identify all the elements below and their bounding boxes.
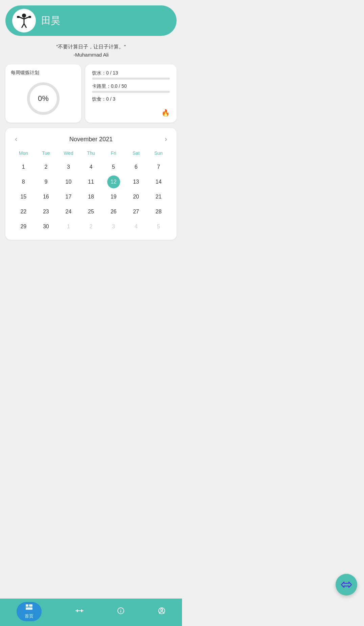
calendar-day[interactable]: 7 — [152, 161, 165, 173]
calendar-day[interactable]: 12 — [107, 175, 120, 188]
calendar-day[interactable]: 18 — [85, 190, 97, 203]
calendar-day[interactable]: 16 — [40, 190, 52, 203]
svg-point-0 — [22, 14, 26, 18]
calories-stat: 卡路里：0.0 / 50 — [92, 83, 170, 93]
calendar-day[interactable]: 26 — [107, 205, 120, 218]
calendar-day-name: Tue — [35, 150, 58, 159]
calendar-day[interactable]: 4 — [130, 220, 142, 233]
calendar-day[interactable]: 24 — [62, 205, 75, 218]
calendar-card: ‹ November 2021 › MonTueWedThuFriSatSun1… — [5, 128, 177, 240]
calendar-day[interactable]: 1 — [62, 220, 75, 233]
calendar-day[interactable]: 3 — [62, 161, 75, 173]
calendar-day[interactable]: 20 — [130, 190, 142, 203]
calendar-day[interactable]: 4 — [85, 161, 97, 173]
calendar-day[interactable]: 25 — [85, 205, 97, 218]
calendar-header: ‹ November 2021 › — [12, 135, 170, 144]
calendar-day-name: Wed — [57, 150, 80, 159]
calendar-day[interactable]: 10 — [62, 175, 75, 188]
calendar-day[interactable]: 22 — [17, 205, 30, 218]
calendar-day-name: Sat — [125, 150, 147, 159]
fire-icon: 🔥 — [92, 109, 170, 117]
calendar-day[interactable]: 3 — [107, 220, 120, 233]
stats-row: 每周锻炼计划 0% 饮水：0 / 13 卡路里：0.0 / 50 饮食：0 / … — [5, 64, 177, 123]
calories-label: 卡路里：0.0 / 50 — [92, 83, 170, 89]
quote-line2: -Muhammad Ali — [10, 51, 172, 59]
calendar-day-name: Sun — [147, 150, 170, 159]
calendar-day[interactable]: 11 — [85, 175, 97, 188]
weekly-plan-card: 每周锻炼计划 0% — [5, 64, 81, 123]
calendar-day[interactable]: 28 — [152, 205, 165, 218]
calendar-day[interactable]: 2 — [85, 220, 97, 233]
header: 田昊 — [5, 5, 177, 36]
weekly-plan-label: 每周锻炼计划 — [11, 70, 39, 76]
quote-line1: "不要计算日子，让日子计算。" — [10, 43, 172, 51]
calendar-day[interactable]: 27 — [130, 205, 142, 218]
calendar-day[interactable]: 8 — [17, 175, 30, 188]
calories-bar — [92, 91, 170, 93]
calendar-day[interactable]: 6 — [130, 161, 142, 173]
calendar-day[interactable]: 17 — [62, 190, 75, 203]
diet-stat: 饮食：0 / 3 — [92, 96, 170, 104]
calendar-prev-button[interactable]: ‹ — [12, 135, 20, 144]
water-bar — [92, 78, 170, 80]
water-label: 饮水：0 / 13 — [92, 70, 170, 76]
calendar-day[interactable]: 1 — [17, 161, 30, 173]
calendar-day[interactable]: 9 — [40, 175, 52, 188]
calendar-day-name: Fri — [102, 150, 125, 159]
calendar-day[interactable]: 2 — [40, 161, 52, 173]
calendar-day[interactable]: 5 — [107, 161, 120, 173]
calendar-day-name: Thu — [80, 150, 103, 159]
right-stats-card: 饮水：0 / 13 卡路里：0.0 / 50 饮食：0 / 3 🔥 — [85, 64, 177, 123]
water-stat: 饮水：0 / 13 — [92, 70, 170, 80]
quote-section: "不要计算日子，让日子计算。" -Muhammad Ali — [0, 36, 182, 64]
calendar-title: November 2021 — [69, 136, 113, 143]
calendar-day[interactable]: 23 — [40, 205, 52, 218]
username: 田昊 — [41, 14, 60, 27]
svg-rect-4 — [17, 16, 20, 18]
calendar-day[interactable]: 29 — [17, 220, 30, 233]
progress-ring: 0% — [25, 80, 62, 117]
calendar-day[interactable]: 14 — [152, 175, 165, 188]
calendar-day[interactable]: 15 — [17, 190, 30, 203]
calendar-grid: MonTueWedThuFriSatSun1234567891011121314… — [12, 150, 170, 233]
calendar-day[interactable]: 30 — [40, 220, 52, 233]
calendar-day[interactable]: 5 — [152, 220, 165, 233]
avatar — [12, 9, 36, 33]
calendar-day-name: Mon — [12, 150, 35, 159]
svg-rect-5 — [28, 16, 31, 18]
calendar-day[interactable]: 13 — [130, 175, 142, 188]
weekly-percent: 0% — [38, 94, 49, 103]
diet-label: 饮食：0 / 3 — [92, 96, 170, 102]
svg-line-7 — [24, 24, 26, 28]
svg-line-6 — [22, 24, 24, 28]
calendar-day[interactable]: 19 — [107, 190, 120, 203]
calendar-next-button[interactable]: › — [162, 135, 170, 144]
calendar-day[interactable]: 21 — [152, 190, 165, 203]
